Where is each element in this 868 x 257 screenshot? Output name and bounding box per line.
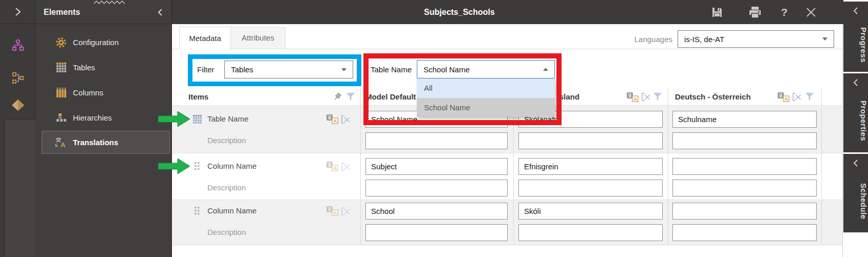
translation-input[interactable] <box>518 203 663 220</box>
translate-row-icon[interactable]: A <box>326 114 339 124</box>
grid-line <box>172 153 842 153</box>
translation-input[interactable] <box>672 132 817 149</box>
side-tab-label: Progress <box>843 20 868 70</box>
tab-label: Metadata <box>189 34 221 43</box>
diamond-tool-button[interactable] <box>0 92 35 118</box>
save-icon <box>711 6 723 18</box>
tabstrip-divider <box>172 49 842 49</box>
close-button[interactable] <box>804 6 818 18</box>
translate-column-icon[interactable]: A <box>627 92 639 102</box>
grid-line <box>172 200 842 200</box>
translations-icon: A <box>54 137 68 148</box>
sidebar-item-label: Columns <box>73 88 103 97</box>
item-row-label[interactable]: Description <box>207 227 246 238</box>
org-chart-tool-button[interactable] <box>11 38 25 52</box>
filter-dropdown[interactable]: Tables <box>224 61 353 78</box>
item-row-label[interactable]: Table Name <box>207 114 248 124</box>
tab-metadata[interactable]: Metadata <box>179 27 231 50</box>
diamond-icon <box>12 100 24 111</box>
side-tab-label: Schedule <box>843 172 868 230</box>
clear-row-translations-icon[interactable] <box>340 207 352 216</box>
translation-input[interactable] <box>672 203 817 220</box>
translate-row-icon[interactable]: A <box>326 162 339 171</box>
column-filter-icon[interactable] <box>653 93 662 103</box>
sidebar-item-label: Translations <box>73 138 118 147</box>
squiggle-mark <box>94 1 126 5</box>
grid-divider <box>668 88 668 245</box>
translation-input[interactable] <box>365 224 508 241</box>
translation-input[interactable] <box>365 203 508 220</box>
translation-input[interactable] <box>365 132 508 149</box>
help-button[interactable]: ? <box>777 6 792 18</box>
drag-handle-icon[interactable] <box>195 162 200 172</box>
translation-input[interactable] <box>672 180 817 196</box>
org-chart-icon <box>12 39 24 51</box>
save-button[interactable] <box>710 6 724 18</box>
translation-input[interactable] <box>672 158 817 175</box>
printer-icon <box>748 6 762 18</box>
drag-handle-icon[interactable] <box>195 207 200 216</box>
sidebar-item-translations[interactable]: A Translations <box>42 131 170 154</box>
translation-input[interactable] <box>518 180 663 196</box>
translation-input[interactable] <box>518 224 663 241</box>
side-tab-progress[interactable]: Progress <box>843 2 868 72</box>
sidebar-collapse-button[interactable] <box>154 7 166 17</box>
table-name-filter-options: All School Name <box>417 78 555 117</box>
metadata-translator-window: Elements Configuration <box>0 0 868 257</box>
clear-row-translations-icon[interactable] <box>340 115 352 124</box>
table-name-filter-label: Table Name <box>371 61 412 78</box>
sidebar-item-tables[interactable]: Tables <box>36 55 171 80</box>
chevron-down-icon <box>341 68 346 71</box>
item-row-label[interactable]: Description <box>207 135 246 146</box>
translation-input[interactable] <box>365 158 508 175</box>
item-row-label[interactable]: Column Name <box>207 161 257 171</box>
gear-icon <box>54 37 68 48</box>
translate-row-icon[interactable]: A <box>326 206 339 216</box>
grid-bottom-line <box>172 245 842 245</box>
svg-text:A: A <box>61 141 66 148</box>
tab-attributes[interactable]: Attributes <box>231 27 285 49</box>
chevron-left-icon <box>852 159 859 167</box>
column-filter-icon[interactable] <box>805 93 814 103</box>
side-tab-properties[interactable]: Properties <box>843 73 868 152</box>
clear-translations-icon[interactable] <box>792 92 803 102</box>
svg-text:A: A <box>334 118 337 124</box>
item-row-label[interactable]: Description <box>207 183 246 193</box>
sidebar-item-configuration[interactable]: Configuration <box>36 30 171 55</box>
translation-input[interactable] <box>365 180 508 196</box>
collapsed-panel <box>4 119 35 257</box>
languages-dropdown[interactable]: is-IS, de-AT <box>678 30 834 48</box>
chevron-up-icon <box>543 68 548 71</box>
translation-input[interactable] <box>518 158 663 175</box>
chevron-right-icon <box>14 7 22 16</box>
languages-value: is-IS, de-AT <box>678 35 822 44</box>
clear-translations-icon[interactable] <box>641 92 652 102</box>
translation-input[interactable] <box>518 132 663 149</box>
translation-input[interactable] <box>672 224 817 241</box>
option-school-name[interactable]: School Name <box>417 98 555 117</box>
clear-row-translations-icon[interactable] <box>340 162 352 171</box>
svg-text:A: A <box>785 96 788 102</box>
items-filter-icon[interactable] <box>346 93 355 103</box>
item-row-label[interactable]: Column Name <box>207 206 257 216</box>
side-tab-schedule[interactable]: Schedule <box>843 154 868 232</box>
chevron-left-icon <box>852 7 859 15</box>
chevron-left-icon <box>157 8 163 16</box>
side-tab-label: Properties <box>843 92 868 150</box>
sidebar-item-hierarchies[interactable]: Hierarchies <box>36 105 171 130</box>
merge-hierarchy-tool-button[interactable] <box>11 71 25 85</box>
sidebar-item-label: Hierarchies <box>73 113 112 122</box>
table-name-filter-dropdown[interactable]: School Name <box>417 60 555 78</box>
chevron-down-icon <box>822 37 827 41</box>
items-header: Items <box>188 92 208 102</box>
merge-hierarchy-icon <box>12 72 24 84</box>
print-button[interactable] <box>748 6 762 18</box>
rail-expand-button[interactable] <box>0 0 35 24</box>
sidebar-item-columns[interactable]: Columns <box>36 80 171 105</box>
translate-column-icon[interactable]: A <box>778 92 790 102</box>
option-all[interactable]: All <box>417 78 555 98</box>
pin-icon[interactable] <box>333 92 342 103</box>
hierarchies-icon <box>54 113 68 123</box>
window-title: Subjects_Schools <box>359 0 560 24</box>
translation-input[interactable] <box>672 111 817 128</box>
